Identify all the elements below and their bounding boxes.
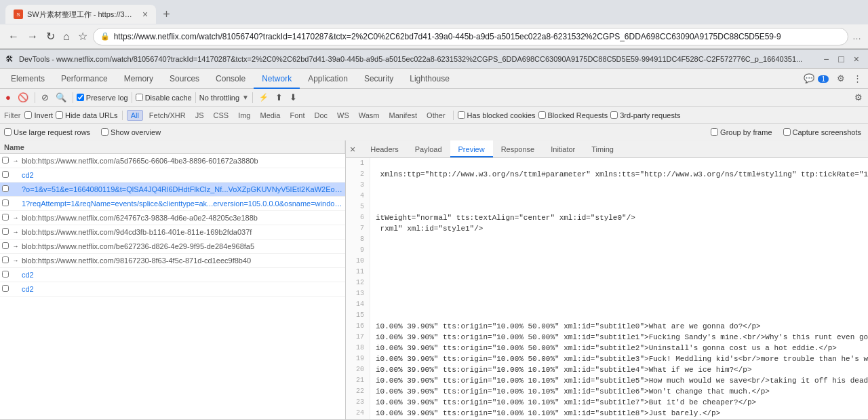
network-settings-btn[interactable]: ⚙	[852, 92, 865, 103]
network-row-8[interactable]: → blob:https://www.netflix.com/98167230-…	[0, 254, 345, 268]
row-check-10[interactable]	[0, 285, 12, 293]
search-toggle-btn[interactable]: 🔍	[53, 92, 69, 103]
filter-media[interactable]: Media	[256, 111, 283, 120]
filter-manifest[interactable]: Manifest	[386, 111, 421, 120]
detail-tab-payload[interactable]: Payload	[407, 140, 450, 157]
filter-doc[interactable]: Doc	[311, 111, 331, 120]
devtools-panel: 🛠 DevTools - www.netflix.com/watch/81056…	[0, 49, 868, 420]
row-check-2[interactable]	[0, 171, 12, 179]
filter-bar: Filter Invert Hide data URLs All Fetch/X…	[0, 107, 868, 124]
show-overview-checkbox[interactable]	[101, 128, 108, 136]
back-button[interactable]: ←	[5, 29, 22, 44]
filter-toggle-btn[interactable]: ⊘	[39, 92, 52, 103]
detail-tab-preview[interactable]: Preview	[450, 140, 493, 157]
network-row-2[interactable]: cd2	[0, 168, 345, 183]
network-row-10[interactable]: cd2	[0, 282, 345, 297]
preserve-log-label[interactable]: Preserve log	[77, 94, 128, 102]
tab-performance[interactable]: Performance	[53, 69, 116, 89]
network-row-4[interactable]: 1?reqAttempt=1&reqName=events/splice&cli…	[0, 197, 345, 211]
hide-data-urls-label[interactable]: Hide data URLs	[56, 111, 118, 119]
preserve-log-checkbox[interactable]	[77, 94, 84, 101]
third-party-label[interactable]: 3rd-party requests	[610, 111, 680, 119]
export-btn[interactable]: ⬇	[287, 92, 300, 103]
network-row-6[interactable]: → blob:https://www.netflix.com/9d4cd3fb-…	[0, 225, 345, 240]
bookmark-button[interactable]: ☆	[75, 28, 90, 44]
row-check-8[interactable]	[0, 256, 12, 265]
filter-ws[interactable]: WS	[334, 111, 353, 120]
tab-memory[interactable]: Memory	[116, 69, 161, 89]
invert-filter-label[interactable]: Invert	[24, 111, 53, 119]
extensions-button[interactable]: …	[851, 30, 863, 43]
disable-cache-label[interactable]: Disable cache	[136, 94, 192, 102]
tab-application[interactable]: Application	[300, 69, 356, 89]
filter-other[interactable]: Other	[423, 111, 449, 120]
clear-btn[interactable]: 🚫	[15, 92, 31, 103]
network-row-9[interactable]: cd2	[0, 268, 345, 282]
show-overview-label[interactable]: Show overview	[101, 128, 161, 136]
address-text: https://www.netflix.com/watch/81056740?t…	[114, 32, 841, 41]
tab-security[interactable]: Security	[356, 69, 401, 89]
tab-close-btn[interactable]: ×	[142, 9, 148, 20]
capture-screenshots-label[interactable]: Capture screenshots	[783, 128, 862, 136]
home-button[interactable]: ⌂	[60, 29, 73, 44]
filter-all[interactable]: All	[127, 110, 143, 121]
invert-checkbox[interactable]	[24, 111, 32, 119]
capture-screenshots-checkbox[interactable]	[783, 128, 791, 136]
row-check-3[interactable]	[0, 185, 12, 193]
line-number: 2	[346, 169, 370, 180]
devtools-close-btn[interactable]: ×	[850, 52, 863, 66]
filter-img[interactable]: Img	[235, 111, 254, 120]
has-blocked-cookies-label[interactable]: Has blocked cookies	[458, 111, 536, 119]
use-large-rows-checkbox[interactable]	[4, 128, 12, 136]
third-party-checkbox[interactable]	[610, 111, 618, 119]
filter-font[interactable]: Font	[286, 111, 308, 120]
devtools-minimize-btn[interactable]: −	[820, 52, 832, 66]
detail-tab-response[interactable]: Response	[493, 140, 543, 157]
network-row-3[interactable]: ?o=1&v=51&e=1664080119&t=QlSA4JQ4Rl6DHdt…	[0, 183, 345, 197]
toolbar-separator-5	[252, 92, 253, 103]
network-row-1[interactable]: → blob:https://www.netflix.com/a5d7665c-…	[0, 154, 345, 168]
hide-data-urls-checkbox[interactable]	[56, 111, 63, 119]
devtools-more-btn[interactable]: ⋮	[850, 72, 865, 85]
console-messages-btn[interactable]: 💬 1	[800, 72, 832, 85]
use-large-rows-label[interactable]: Use large request rows	[4, 128, 90, 136]
detail-close-btn[interactable]: ×	[346, 140, 359, 157]
new-tab-button[interactable]: +	[159, 7, 174, 22]
row-check-1[interactable]	[0, 157, 12, 165]
tab-elements[interactable]: Elements	[3, 69, 53, 89]
detail-tab-initiator[interactable]: Initiator	[542, 140, 583, 157]
network-conditions-btn[interactable]: ⚡	[256, 92, 271, 102]
blocked-requests-label[interactable]: Blocked Requests	[538, 111, 608, 119]
address-bar[interactable]: 🔒 https://www.netflix.com/watch/81056740…	[93, 28, 848, 45]
reload-button[interactable]: ↻	[43, 28, 58, 44]
group-by-frame-label[interactable]: Group by frame	[711, 128, 772, 136]
tab-lighthouse[interactable]: Lighthouse	[401, 69, 458, 89]
disable-cache-checkbox[interactable]	[136, 94, 143, 101]
group-by-frame-checkbox[interactable]	[711, 128, 718, 136]
import-btn[interactable]: ⬆	[273, 92, 285, 103]
row-check-5[interactable]	[0, 214, 12, 222]
tab-sources[interactable]: Sources	[161, 69, 208, 89]
detail-tab-headers[interactable]: Headers	[362, 140, 407, 157]
filter-fetch-xhr[interactable]: Fetch/XHR	[146, 111, 189, 120]
filter-js[interactable]: JS	[192, 111, 208, 120]
record-btn[interactable]: ●	[3, 92, 14, 103]
tab-console[interactable]: Console	[208, 69, 254, 89]
network-row-7[interactable]: → blob:https://www.netflix.com/be627236-…	[0, 240, 345, 254]
blocked-requests-checkbox[interactable]	[538, 111, 546, 119]
network-row-5[interactable]: → blob:https://www.netflix.com/624767c3-…	[0, 211, 345, 225]
has-blocked-cookies-checkbox[interactable]	[458, 111, 465, 119]
devtools-settings-btn[interactable]: ⚙	[833, 72, 848, 85]
filter-wasm[interactable]: Wasm	[355, 111, 383, 120]
row-check-7[interactable]	[0, 242, 12, 250]
devtools-maximize-btn[interactable]: □	[835, 52, 847, 66]
forward-button[interactable]: →	[24, 29, 41, 44]
browser-tab[interactable]: S SW片素材整理工作 - https://3wa.tw ×	[5, 5, 156, 24]
detail-tab-timing[interactable]: Timing	[583, 140, 622, 157]
filter-css[interactable]: CSS	[210, 111, 233, 120]
row-check-4[interactable]	[0, 199, 12, 208]
line-content: i0.00% 39.90%" tts:origin="10.00% 10.10%…	[370, 364, 752, 375]
row-check-6[interactable]	[0, 228, 12, 236]
row-check-9[interactable]	[0, 271, 12, 279]
tab-network[interactable]: Network	[254, 69, 300, 89]
